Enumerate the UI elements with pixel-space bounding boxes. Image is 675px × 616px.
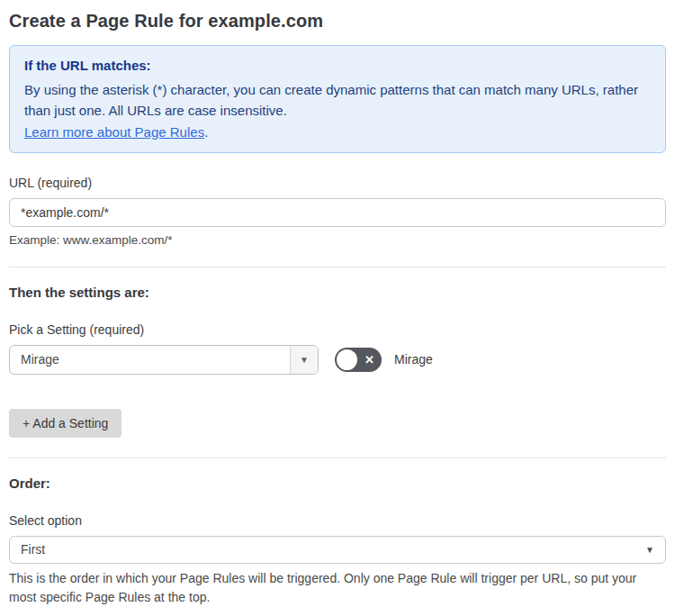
order-select-label: Select option (9, 513, 666, 528)
toggle-off-x-icon: ✕ (364, 354, 374, 366)
url-match-info-box: If the URL matches: By using the asteris… (9, 45, 666, 153)
setting-select[interactable]: Mirage ▼ (9, 345, 319, 375)
page-title: Create a Page Rule for example.com (9, 11, 666, 32)
url-input[interactable] (9, 198, 666, 227)
link-period: . (204, 124, 208, 140)
chevron-down-icon: ▼ (300, 355, 309, 365)
setting-select-arrow-button[interactable]: ▼ (290, 346, 318, 374)
divider-after-settings (9, 457, 666, 458)
mirage-toggle[interactable]: ✕ (335, 348, 382, 372)
order-select-value: First (21, 542, 45, 557)
toggle-label: Mirage (394, 352, 433, 367)
page-rule-form: Create a Page Rule for example.com If th… (0, 0, 675, 616)
order-helper-text: This is the order in which your Page Rul… (9, 569, 657, 608)
divider-after-url (9, 267, 666, 267)
setting-row: Mirage ▼ ✕ Mirage (9, 345, 666, 375)
info-box-link-line: Learn more about Page Rules. (24, 124, 651, 140)
info-box-heading: If the URL matches: (24, 58, 651, 73)
url-field-label: URL (required) (9, 176, 666, 190)
pick-setting-label: Pick a Setting (required) (9, 322, 666, 337)
settings-section-heading: Then the settings are: (9, 285, 666, 300)
setting-select-value: Mirage (10, 346, 290, 374)
learn-more-link[interactable]: Learn more about Page Rules (24, 124, 204, 140)
toggle-knob (337, 349, 357, 370)
info-box-body: By using the asterisk (*) character, you… (24, 79, 651, 122)
add-setting-button[interactable]: + Add a Setting (9, 409, 122, 438)
order-section-heading: Order: (9, 476, 666, 491)
chevron-down-icon: ▼ (645, 545, 654, 555)
order-select[interactable]: First ▼ (9, 536, 666, 564)
url-helper-text: Example: www.example.com/* (9, 233, 666, 247)
